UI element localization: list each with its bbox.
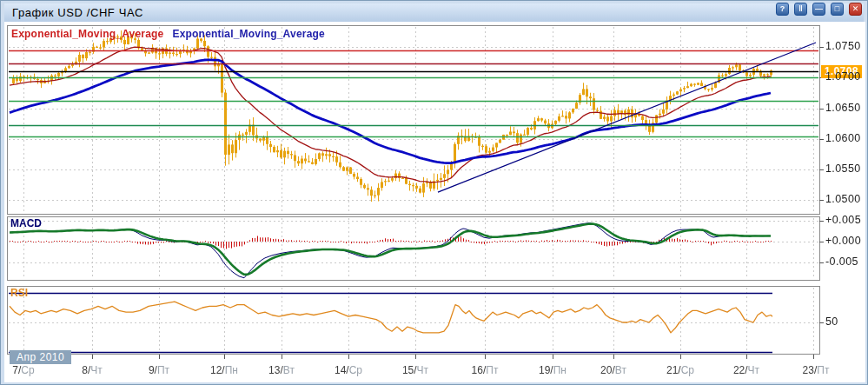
macd-pane-area[interactable]	[9, 217, 818, 280]
ema-fast-label: Exponential_Moving_Average	[11, 28, 163, 40]
price-axis-label: 1.0650	[825, 102, 861, 114]
month-badge: Апр 2010	[10, 350, 71, 364]
date-axis-label: 7/Ср	[12, 364, 34, 376]
rsi-pane-area[interactable]	[9, 287, 818, 354]
rsi-axis-label: 50	[825, 315, 838, 328]
date-axis-label: 21/Ср	[666, 364, 694, 376]
price-axis-label: 1.0550	[825, 163, 861, 175]
window-buttons: ?‖—□✕	[776, 3, 862, 16]
price-chart-area[interactable]	[9, 26, 818, 214]
price-axis-label: 1.0750	[825, 40, 861, 52]
minimize-button[interactable]: —	[812, 3, 825, 16]
close-button[interactable]: ✕	[849, 3, 862, 16]
date-axis-label: 8/Чт	[82, 364, 103, 376]
indicator-legend: Exponential_Moving_Average Exponential_M…	[11, 28, 325, 40]
date-axis-label: 22/Чт	[733, 364, 759, 376]
date-axis-label: 23/Пт	[803, 364, 830, 376]
date-axis-label: 9/Пт	[149, 364, 169, 376]
price-axis-label: 1.0500	[825, 193, 861, 205]
date-axis-label: 15/Чт	[402, 364, 428, 376]
help-button[interactable]: ?	[776, 3, 789, 16]
date-axis-label: 16/Пт	[472, 364, 499, 376]
date-axis-label: 12/Пн	[210, 364, 238, 376]
rsi-label: RSI	[10, 287, 28, 299]
macd-axis-label: -0.005	[825, 256, 858, 268]
date-axis-label: 14/Ср	[335, 364, 362, 376]
window-title: График USD /CHF ЧАС	[12, 6, 143, 19]
pause-button[interactable]: ‖	[794, 3, 807, 16]
maximize-button[interactable]: □	[831, 3, 844, 16]
price-axis-label: 1.0700	[825, 70, 861, 83]
window-titlebar[interactable]: График USD /CHF ЧАС	[4, 3, 864, 22]
macd-axis-label: +0.000	[825, 235, 861, 247]
date-axis-label: 19/Пн	[539, 364, 567, 376]
macd-axis-label: +0.005	[825, 214, 861, 226]
date-axis-label: 20/Вт	[600, 364, 626, 376]
chart-window: График USD /CHF ЧАС ?‖—□✕ Exponential_Mo…	[0, 0, 868, 385]
price-axis-label: 1.0600	[825, 132, 861, 144]
macd-label: MACD	[10, 217, 42, 229]
ema-slow-label: Exponential_Moving_Average	[172, 28, 324, 40]
date-axis-label: 13/Вт	[268, 364, 295, 376]
